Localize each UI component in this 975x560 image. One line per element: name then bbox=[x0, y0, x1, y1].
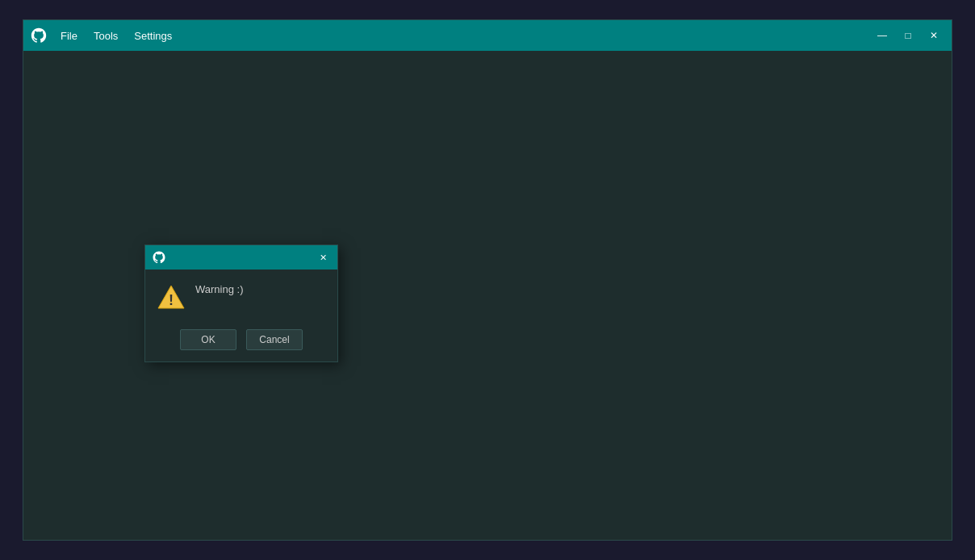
maximize-button[interactable]: □ bbox=[897, 27, 919, 44]
dialog-logo-icon bbox=[152, 250, 166, 265]
menu-bar: File Tools Settings bbox=[54, 27, 871, 45]
warning-triangle-icon: ! bbox=[157, 284, 186, 313]
app-logo-icon bbox=[30, 27, 48, 44]
cancel-button[interactable]: Cancel bbox=[246, 329, 303, 350]
minimize-button[interactable]: — bbox=[871, 27, 893, 44]
dialog-body: ! Warning :) bbox=[145, 270, 337, 323]
dialog-close-button[interactable]: ✕ bbox=[315, 249, 331, 265]
title-bar-controls: — □ ✕ bbox=[871, 27, 945, 44]
close-button[interactable]: ✕ bbox=[923, 27, 945, 44]
ok-button[interactable]: OK bbox=[180, 329, 236, 350]
svg-text:!: ! bbox=[169, 292, 174, 308]
app-content: ✕ ! Warning :) OK Cancel bbox=[23, 51, 952, 540]
dialog-buttons: OK Cancel bbox=[145, 323, 337, 361]
menu-file[interactable]: File bbox=[54, 27, 84, 45]
menu-tools[interactable]: Tools bbox=[87, 27, 124, 45]
dialog-title-bar: ✕ bbox=[145, 245, 337, 270]
warning-dialog: ✕ ! Warning :) OK Cancel bbox=[144, 244, 338, 362]
dialog-message: Warning :) bbox=[195, 282, 243, 297]
app-window: File Tools Settings — □ ✕ ✕ bbox=[23, 19, 952, 541]
title-bar: File Tools Settings — □ ✕ bbox=[23, 20, 952, 51]
modal-overlay: ✕ ! Warning :) OK Cancel bbox=[23, 51, 952, 540]
menu-settings[interactable]: Settings bbox=[128, 27, 178, 45]
